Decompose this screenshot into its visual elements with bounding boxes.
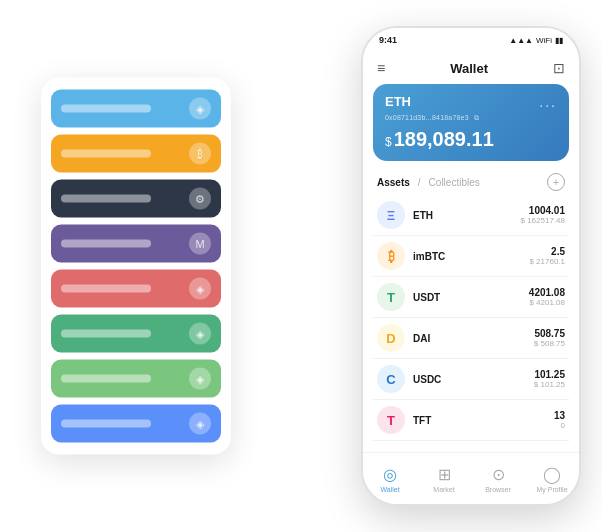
wallet-card-6[interactable]: ◈ [51, 360, 221, 398]
asset-secondary: $ 21760.1 [529, 257, 565, 266]
hero-card[interactable]: ETH ... 0x08711d3b...8418a78e3 ⧉ $189,08… [373, 84, 569, 161]
asset-primary: 508.75 [534, 328, 565, 339]
asset-item[interactable]: C USDC 101.25 $ 101.25 [373, 359, 569, 400]
asset-icon-usdc: C [377, 365, 405, 393]
nav-item-browser[interactable]: ⊙ Browser [471, 465, 525, 493]
card-icon: M [189, 233, 211, 255]
hero-amount: $189,089.11 [385, 128, 557, 151]
asset-icon-usdt: T [377, 283, 405, 311]
asset-list: Ξ ETH 1004.01 $ 162517.48 ₿ imBTC 2.5 $ … [363, 195, 579, 452]
nav-icon-my-profile: ◯ [543, 465, 561, 484]
header-title: Wallet [450, 61, 488, 76]
card-icon: ◈ [189, 413, 211, 435]
assets-header: Assets / Collectibles + [363, 169, 579, 195]
asset-amounts-usdc: 101.25 $ 101.25 [534, 369, 565, 389]
asset-item[interactable]: T TFT 13 0 [373, 400, 569, 441]
asset-amounts-usdt: 4201.08 $ 4201.08 [529, 287, 565, 307]
scan-icon[interactable]: ⊡ [553, 60, 565, 76]
asset-icon-eth: Ξ [377, 201, 405, 229]
card-bar [61, 105, 151, 113]
assets-section: Assets / Collectibles + Ξ ETH 1004.01 $ … [363, 169, 579, 452]
asset-item[interactable]: Ξ ETH 1004.01 $ 162517.48 [373, 195, 569, 236]
wallet-card-0[interactable]: ◈ [51, 90, 221, 128]
signal-icon: ▲▲▲ [509, 36, 533, 45]
wallet-card-1[interactable]: ₿ [51, 135, 221, 173]
nav-item-wallet[interactable]: ◎ Wallet [363, 465, 417, 493]
asset-icon-tft: T [377, 406, 405, 434]
battery-icon: ▮▮ [555, 36, 563, 45]
asset-name-usdc: USDC [413, 374, 534, 385]
status-time: 9:41 [379, 35, 397, 45]
nav-icon-browser: ⊙ [492, 465, 505, 484]
card-icon: ₿ [189, 143, 211, 165]
card-icon: ◈ [189, 323, 211, 345]
status-bar: 9:41 ▲▲▲ WiFi ▮▮ [363, 28, 579, 52]
nav-icon-wallet: ◎ [383, 465, 397, 484]
asset-amounts-eth: 1004.01 $ 162517.48 [521, 205, 566, 225]
card-bar [61, 330, 151, 338]
asset-secondary: $ 508.75 [534, 339, 565, 348]
wallet-card-2[interactable]: ⚙ [51, 180, 221, 218]
asset-amounts-dai: 508.75 $ 508.75 [534, 328, 565, 348]
card-icon: ⚙ [189, 188, 211, 210]
hero-more-button[interactable]: ... [539, 94, 557, 110]
card-bar [61, 285, 151, 293]
asset-primary: 13 [554, 410, 565, 421]
asset-primary: 101.25 [534, 369, 565, 380]
nav-item-my-profile[interactable]: ◯ My Profile [525, 465, 579, 493]
asset-name-imbtc: imBTC [413, 251, 529, 262]
asset-name-usdt: USDT [413, 292, 529, 303]
asset-secondary: 0 [554, 421, 565, 430]
asset-amounts-tft: 13 0 [554, 410, 565, 430]
asset-icon-imbtc: ₿ [377, 242, 405, 270]
card-bar [61, 420, 151, 428]
hero-coin-name: ETH [385, 94, 411, 109]
nav-label-browser: Browser [485, 486, 511, 493]
nav-label-wallet: Wallet [380, 486, 399, 493]
asset-secondary: $ 162517.48 [521, 216, 566, 225]
nav-icon-market: ⊞ [438, 465, 451, 484]
tab-assets[interactable]: Assets [377, 177, 410, 188]
asset-primary: 4201.08 [529, 287, 565, 298]
wallet-card-5[interactable]: ◈ [51, 315, 221, 353]
asset-primary: 2.5 [529, 246, 565, 257]
wallet-card-4[interactable]: ◈ [51, 270, 221, 308]
asset-item[interactable]: T USDT 4201.08 $ 4201.08 [373, 277, 569, 318]
asset-item[interactable]: D DAI 508.75 $ 508.75 [373, 318, 569, 359]
tab-collectibles[interactable]: Collectibles [429, 177, 480, 188]
wifi-icon: WiFi [536, 36, 552, 45]
card-bar [61, 150, 151, 158]
asset-primary: 1004.01 [521, 205, 566, 216]
card-icon: ◈ [189, 278, 211, 300]
asset-name-eth: ETH [413, 210, 521, 221]
card-bar [61, 195, 151, 203]
asset-secondary: $ 101.25 [534, 380, 565, 389]
scene: ◈ ₿ ⚙ M ◈ ◈ ◈ ◈ 9:41 ▲▲▲ [21, 16, 581, 516]
card-icon: ◈ [189, 368, 211, 390]
wallet-card-list: ◈ ₿ ⚙ M ◈ ◈ ◈ ◈ [41, 78, 231, 455]
menu-icon[interactable]: ≡ [377, 60, 385, 76]
nav-label-market: Market [433, 486, 454, 493]
phone-frame: 9:41 ▲▲▲ WiFi ▮▮ ≡ Wallet ⊡ ETH ... 0x08… [361, 26, 581, 506]
bottom-nav: ◎ Wallet ⊞ Market ⊙ Browser ◯ My Profile [363, 452, 579, 504]
nav-item-market[interactable]: ⊞ Market [417, 465, 471, 493]
tab-separator: / [418, 177, 421, 188]
asset-secondary: $ 4201.08 [529, 298, 565, 307]
add-asset-button[interactable]: + [547, 173, 565, 191]
card-bar [61, 375, 151, 383]
status-icons: ▲▲▲ WiFi ▮▮ [509, 36, 563, 45]
phone-header: ≡ Wallet ⊡ [363, 52, 579, 84]
card-icon: ◈ [189, 98, 211, 120]
assets-tabs: Assets / Collectibles [377, 177, 480, 188]
asset-name-tft: TFT [413, 415, 554, 426]
card-bar [61, 240, 151, 248]
nav-label-my-profile: My Profile [536, 486, 567, 493]
asset-icon-dai: D [377, 324, 405, 352]
asset-name-dai: DAI [413, 333, 534, 344]
wallet-card-3[interactable]: M [51, 225, 221, 263]
asset-item[interactable]: ₿ imBTC 2.5 $ 21760.1 [373, 236, 569, 277]
asset-amounts-imbtc: 2.5 $ 21760.1 [529, 246, 565, 266]
wallet-card-7[interactable]: ◈ [51, 405, 221, 443]
hero-address: 0x08711d3b...8418a78e3 ⧉ [385, 114, 557, 122]
